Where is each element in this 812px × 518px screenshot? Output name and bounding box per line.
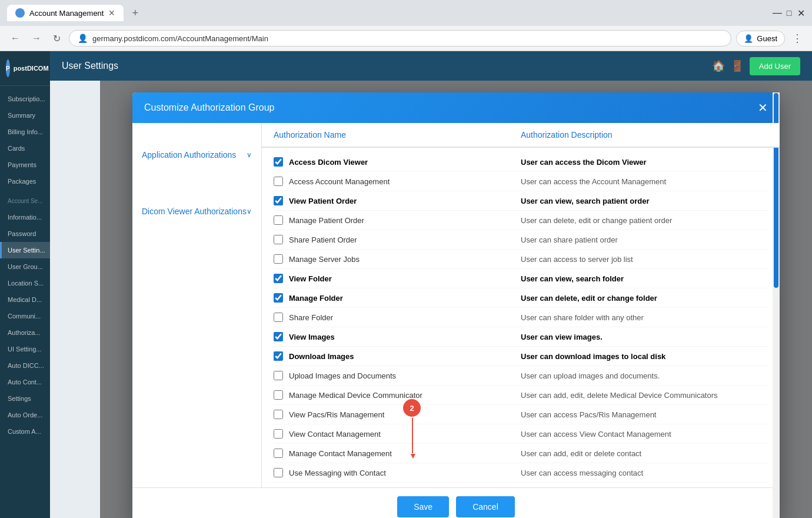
auth-row-left: Use Messaging with Contact <box>274 468 521 477</box>
share-patient-order-checkbox[interactable] <box>274 235 283 244</box>
sidebar-item-auto-order[interactable]: Auto Orde... <box>0 407 50 423</box>
sidebar-item-user-groups[interactable]: User Grou... <box>0 258 50 275</box>
sidebar-item-subscription[interactable]: Subscriptio... <box>0 91 50 107</box>
sidebar-item-user-settings[interactable]: User Settin... <box>0 242 50 258</box>
use-messaging-checkbox[interactable] <box>274 468 283 477</box>
sidebar-item-cards[interactable]: Cards <box>0 140 50 157</box>
home-icon[interactable]: 🏠 <box>712 59 725 72</box>
save-button[interactable]: Save <box>397 496 449 517</box>
table-row: View Pacs/Ris Management User can access… <box>274 405 768 424</box>
share-folder-label: Share Folder <box>289 313 333 322</box>
sidebar-item-communi[interactable]: Communi... <box>0 308 50 324</box>
scrollbar[interactable] <box>773 123 780 487</box>
navigation-bar: ← → ↻ 👤 germany.postdicom.com/AccountMan… <box>0 26 812 51</box>
maximize-button[interactable]: □ <box>785 9 793 17</box>
view-images-checkbox[interactable] <box>274 332 283 341</box>
sidebar-item-account-se: Account Se... <box>0 190 50 209</box>
table-row: View Images User can view images. <box>274 327 768 347</box>
tab-favicon <box>15 8 25 18</box>
table-header: Authorization Name Authorization Descrip… <box>262 123 780 148</box>
download-images-checkbox[interactable] <box>274 351 283 361</box>
sidebar-item-location[interactable]: Location S... <box>0 275 50 291</box>
new-tab-button[interactable]: + <box>128 7 142 19</box>
share-folder-desc: User can share folder with any other <box>521 313 768 322</box>
view-contact-mgmt-checkbox[interactable] <box>274 429 283 439</box>
manage-medical-device-checkbox[interactable] <box>274 390 283 400</box>
guest-button[interactable]: 👤 Guest <box>736 31 785 47</box>
more-options-button[interactable]: ⋮ <box>790 29 805 47</box>
sidebar-item-summary[interactable]: Summary <box>0 107 50 124</box>
modal-overlay: Customize Authorization Group ✕ 1 Applic… <box>100 81 812 518</box>
auth-row-left: Manage Server Jobs <box>274 254 521 264</box>
sidebar-item-packages[interactable]: Packages <box>0 173 50 190</box>
address-bar[interactable]: 👤 germany.postdicom.com/AccountManagemen… <box>69 30 731 47</box>
back-button[interactable]: ← <box>7 31 24 46</box>
manage-contact-mgmt-desc: User can add, edit or delete contact <box>521 449 768 458</box>
auth-name-column-header: Authorization Name <box>274 130 521 140</box>
sidebar-item-password[interactable]: Password <box>0 225 50 242</box>
sidebar-item-information[interactable]: Informatio... <box>0 209 50 225</box>
view-pacs-ris-checkbox[interactable] <box>274 410 283 419</box>
browser-chrome: Account Management ✕ + — □ ✕ ← → ↻ 👤 ger… <box>0 0 812 51</box>
access-dicom-viewer-label: Access Dicom Viewer <box>289 158 368 167</box>
upload-images-label: Upload Images and Documents <box>289 371 396 380</box>
minimize-button[interactable]: — <box>773 9 781 17</box>
view-patient-order-checkbox[interactable] <box>274 196 283 205</box>
auth-row-left: Download Images <box>274 351 521 361</box>
refresh-button[interactable]: ↻ <box>49 31 64 47</box>
upload-images-checkbox[interactable] <box>274 371 283 380</box>
manage-patient-order-label: Manage Patient Order <box>289 216 364 225</box>
view-patient-order-label: View Patient Order <box>289 197 357 205</box>
cancel-button[interactable]: Cancel <box>456 496 515 517</box>
access-account-mgmt-checkbox[interactable] <box>274 177 283 186</box>
sidebar-item-auto-dicc[interactable]: Auto DICC... <box>0 357 50 374</box>
table-content: Access Dicom Viewer User can access the … <box>262 148 780 487</box>
forward-button[interactable]: → <box>28 31 45 46</box>
modal-header: Customize Authorization Group ✕ <box>132 92 780 123</box>
manage-folder-checkbox[interactable] <box>274 293 283 303</box>
download-images-desc: User can download images to local disk <box>521 352 768 361</box>
active-tab[interactable]: Account Management ✕ <box>7 5 124 21</box>
view-patient-order-desc: User can view, search patient order <box>521 197 768 205</box>
header-actions: 🏠 🚪 Add User <box>712 57 800 75</box>
table-row: Use Messaging with Contact User can acce… <box>274 463 768 483</box>
exit-icon[interactable]: 🚪 <box>731 59 744 72</box>
auth-row-left: View Contact Management <box>274 429 521 439</box>
manage-server-jobs-checkbox[interactable] <box>274 254 283 264</box>
access-dicom-viewer-checkbox[interactable] <box>274 157 283 167</box>
dicom-auth-section-header[interactable]: Dicom Viewer Authorizations ∨ <box>132 201 261 222</box>
sidebar-item-custom-a[interactable]: Custom A... <box>0 423 50 440</box>
auth-row-left: Share Patient Order <box>274 235 521 244</box>
table-row: Access Account Management User can acces… <box>274 172 768 191</box>
manage-patient-order-checkbox[interactable] <box>274 215 283 225</box>
app-auth-chevron-icon: ∨ <box>247 151 252 159</box>
app-container: P postDICOM Subscriptio... Summary Billi… <box>0 51 812 518</box>
share-patient-order-label: Share Patient Order <box>289 235 357 244</box>
modal-close-button[interactable]: ✕ <box>758 102 768 114</box>
tab-close-btn[interactable]: ✕ <box>108 8 115 18</box>
annotation-arrow-2 <box>412 418 413 453</box>
sidebar-item-payments[interactable]: Payments <box>0 157 50 173</box>
close-button[interactable]: ✕ <box>797 9 805 17</box>
view-pacs-ris-desc: User can access Pacs/Ris Management <box>521 410 768 419</box>
sidebar-item-medical[interactable]: Medical D... <box>0 291 50 308</box>
view-contact-mgmt-label: View Contact Management <box>289 430 381 439</box>
manage-contact-mgmt-checkbox[interactable] <box>274 449 283 458</box>
view-folder-label: View Folder <box>289 274 332 283</box>
auth-row-left: Manage Folder <box>274 293 521 303</box>
sidebar-item-settings[interactable]: Settings <box>0 390 50 407</box>
view-folder-checkbox[interactable] <box>274 274 283 283</box>
security-icon: 👤 <box>78 34 88 43</box>
sidebar-item-ui-settings[interactable]: UI Setting... <box>0 341 50 357</box>
manage-server-jobs-desc: User can access to server job list <box>521 255 768 264</box>
sidebar-item-billing[interactable]: Billing Info... <box>0 124 50 140</box>
sidebar-item-auto-cont[interactable]: Auto Cont... <box>0 374 50 390</box>
access-account-mgmt-label: Access Account Management <box>289 177 390 186</box>
share-folder-checkbox[interactable] <box>274 313 283 322</box>
manage-contact-mgmt-label: Manage Contact Management <box>289 449 392 458</box>
auth-row-left: View Pacs/Ris Management <box>274 410 521 419</box>
app-auth-section-header[interactable]: Application Authorizations ∨ <box>132 144 261 165</box>
add-user-button[interactable]: Add User <box>750 57 800 75</box>
sidebar-item-authoriza[interactable]: Authoriza... <box>0 324 50 341</box>
modal-sidebar: 1 Application Authorizations ∨ Dicom Vie… <box>132 123 262 487</box>
